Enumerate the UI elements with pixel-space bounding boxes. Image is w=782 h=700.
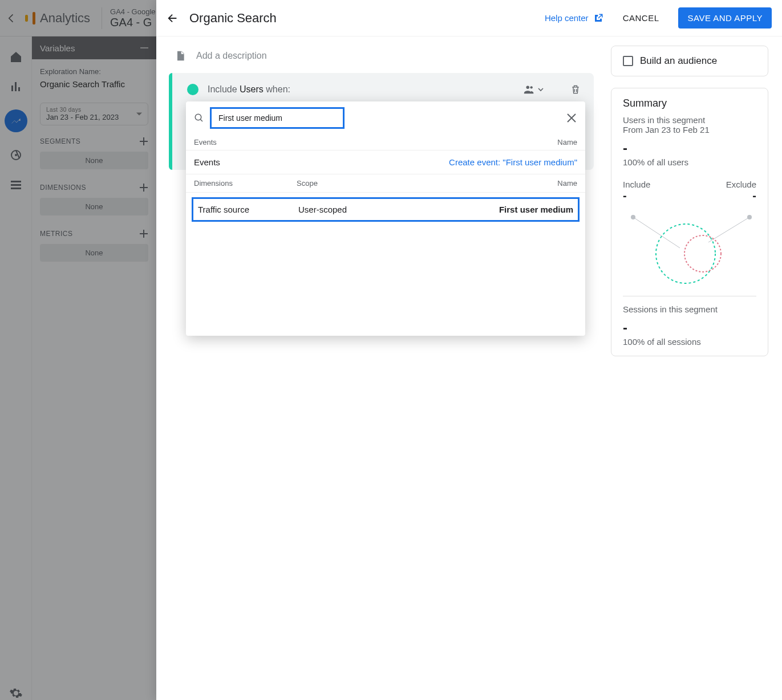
dimension-result-row[interactable]: Traffic source User-scoped First user me… — [192, 197, 580, 222]
condition-search-input[interactable] — [218, 113, 336, 123]
sessions-in-segment: Sessions in this segment — [623, 304, 756, 314]
dim-category: Traffic source — [198, 205, 298, 214]
svg-line-8 — [633, 217, 680, 248]
segment-editor: Add a description Include Users when: — [156, 36, 611, 700]
delete-condition-icon[interactable] — [570, 83, 581, 96]
include-users-when-text: Include Users when: — [208, 84, 290, 95]
build-audience-card[interactable]: Build an audience — [611, 46, 768, 76]
exclude-label: Exclude — [726, 180, 756, 189]
close-popover-icon[interactable] — [566, 112, 577, 124]
summary-title: Summary — [623, 97, 756, 109]
dims-header-c: Name — [557, 179, 577, 188]
users-in-segment-line1: Users in this segment — [623, 115, 756, 125]
modal-back-icon[interactable] — [167, 12, 179, 25]
svg-point-7 — [195, 114, 201, 120]
svg-point-10 — [656, 224, 715, 283]
exclude-value: - — [726, 189, 756, 202]
open-in-new-icon — [593, 13, 603, 23]
include-indicator-icon — [187, 84, 198, 95]
users-count: - — [623, 140, 756, 156]
venn-diagram — [623, 208, 760, 288]
events-row-label: Events — [194, 157, 449, 167]
description-row[interactable]: Add a description — [169, 50, 594, 62]
svg-point-11 — [684, 235, 721, 272]
dimensions-header-row: Dimensions Scope Name — [186, 174, 585, 193]
events-row[interactable]: Events Create event: "First user medium" — [186, 150, 585, 174]
dims-header-b: Scope — [297, 179, 557, 188]
include-label: Include — [623, 180, 650, 189]
pct-all-users: 100% of all users — [623, 157, 756, 167]
condition-scope-picker[interactable] — [523, 83, 544, 96]
modal-title[interactable]: Organic Search — [189, 11, 277, 26]
condition-block: Include Users when: — [169, 73, 594, 170]
users-in-segment-line2: From Jan 23 to Feb 21 — [623, 125, 756, 135]
events-header-row: Events Name — [186, 135, 585, 150]
segment-builder-modal: Organic Search Help center CANCEL SAVE A… — [156, 0, 782, 700]
description-placeholder: Add a description — [196, 51, 267, 61]
sessions-count: - — [623, 320, 756, 336]
chevron-down-icon — [538, 87, 544, 92]
dim-name: First user medium — [499, 205, 573, 214]
svg-point-6 — [530, 86, 532, 88]
summary-column: Build an audience Summary Users in this … — [611, 36, 782, 700]
save-and-apply-button[interactable]: SAVE AND APPLY — [678, 7, 772, 29]
pct-all-sessions: 100% of all sessions — [623, 337, 756, 347]
build-audience-checkbox[interactable] — [623, 56, 633, 66]
events-header-right: Name — [557, 138, 577, 146]
create-event-link[interactable]: Create event: "First user medium" — [449, 157, 577, 167]
svg-point-5 — [526, 86, 530, 89]
condition-search-input-wrapper — [210, 107, 345, 129]
search-icon — [194, 113, 204, 123]
events-header-left: Events — [194, 138, 557, 146]
people-icon — [523, 83, 536, 96]
help-center-label: Help center — [545, 13, 589, 23]
build-audience-label: Build an audience — [640, 55, 717, 67]
svg-line-9 — [708, 217, 749, 242]
cancel-button[interactable]: CANCEL — [623, 13, 659, 23]
summary-card: Summary Users in this segment From Jan 2… — [611, 88, 768, 356]
condition-search-popover: Events Name Events Create event: "First … — [186, 101, 585, 336]
include-value: - — [623, 189, 650, 202]
help-center-link[interactable]: Help center — [545, 13, 603, 23]
description-icon — [175, 50, 186, 62]
dims-header-a: Dimensions — [194, 179, 297, 188]
modal-header: Organic Search Help center CANCEL SAVE A… — [156, 0, 782, 36]
dim-scope: User-scoped — [298, 205, 499, 214]
